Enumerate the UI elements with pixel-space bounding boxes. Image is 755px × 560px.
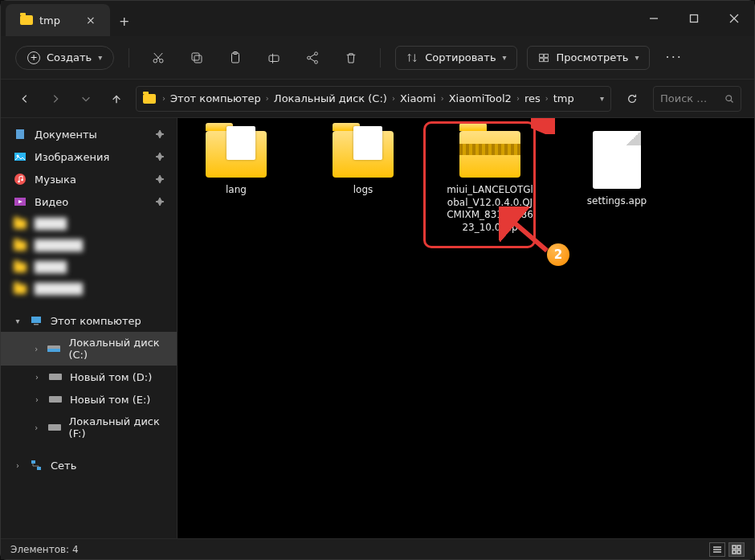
pin-icon	[156, 174, 164, 186]
forward-button[interactable]	[44, 88, 67, 110]
network-icon	[30, 459, 43, 472]
sidebar-item-video[interactable]: Видео	[1, 190, 177, 213]
svg-rect-8	[194, 55, 202, 63]
breadcrumb-item[interactable]: Этот компьютер	[170, 92, 261, 104]
rename-button[interactable]	[259, 43, 288, 72]
folder-icon	[333, 131, 394, 178]
copy-button[interactable]	[182, 43, 211, 72]
file-icon	[593, 131, 641, 189]
cut-button[interactable]	[144, 43, 173, 72]
up-button[interactable]	[105, 88, 128, 110]
icons-view-button[interactable]	[728, 542, 745, 557]
window-controls	[634, 1, 754, 36]
svg-line-17	[310, 54, 315, 57]
svg-rect-44	[37, 467, 41, 470]
svg-rect-54	[733, 550, 736, 554]
chevron-right-icon: ›	[33, 345, 39, 354]
sidebar-item-drive-c[interactable]: › Локальный диск (C:)	[1, 332, 177, 366]
search-input[interactable]: Поиск …	[653, 86, 741, 112]
video-icon	[14, 195, 27, 208]
file-label: lang	[226, 184, 247, 197]
new-tab-button[interactable]: +	[110, 6, 139, 36]
sidebar-item-label: Новый том (D:)	[70, 371, 152, 383]
svg-rect-37	[34, 324, 39, 325]
search-icon	[724, 94, 734, 104]
content-area[interactable]: lang logs miui_LANCELOTGlobal_V12.0.4.0.…	[178, 118, 754, 538]
sidebar-item-blurred[interactable]: ████	[1, 256, 177, 278]
svg-rect-9	[192, 53, 199, 60]
chevron-down-icon[interactable]: ▾	[600, 94, 604, 103]
details-view-button[interactable]	[709, 542, 725, 557]
delete-button[interactable]	[337, 43, 365, 72]
sidebar-item-this-pc[interactable]: ▾ Этот компьютер	[1, 309, 177, 332]
breadcrumb-item[interactable]: XiaomiTool2	[449, 92, 512, 104]
back-button[interactable]	[14, 88, 36, 110]
recent-button[interactable]	[75, 88, 97, 110]
svg-rect-36	[31, 317, 41, 323]
drive-icon	[49, 393, 62, 406]
sidebar-item-drive-e[interactable]: › Новый том (E:)	[1, 388, 177, 411]
breadcrumb-item[interactable]: Локальный диск (C:)	[274, 92, 387, 104]
sidebar-item-blurred[interactable]: ██████	[1, 278, 177, 300]
minimize-button[interactable]	[634, 1, 674, 36]
sidebar-item-blurred[interactable]: ██████	[1, 235, 177, 256]
sidebar-item-label: Этот компьютер	[51, 315, 141, 327]
item-count-label: Элементов: 4	[10, 544, 79, 555]
drive-icon	[49, 370, 62, 383]
sidebar: Документы Изображения Музыка Видео ████ …	[1, 118, 178, 538]
sort-button[interactable]: Сортировать ▾	[395, 46, 516, 70]
explorer-window: tmp × + + Создать ▾ Сортировать ▾	[0, 0, 755, 560]
folder-item[interactable]: lang	[192, 131, 280, 197]
refresh-button[interactable]	[619, 86, 645, 112]
breadcrumb[interactable]: › Этот компьютер › Локальный диск (C:) ›…	[136, 86, 611, 112]
sidebar-item-drive-d[interactable]: › Новый том (D:)	[1, 366, 177, 388]
svg-rect-41	[49, 396, 62, 403]
svg-rect-1	[691, 15, 698, 22]
svg-point-15	[308, 56, 311, 59]
create-button[interactable]: + Создать ▾	[15, 46, 114, 70]
file-item[interactable]: settings.app	[573, 131, 661, 208]
svg-rect-43	[31, 460, 35, 464]
chevron-right-icon: ›	[392, 94, 395, 103]
tab-current[interactable]: tmp ×	[6, 4, 110, 36]
breadcrumb-item[interactable]: Xiaomi	[400, 92, 436, 104]
folder-icon	[143, 94, 156, 104]
chevron-down-icon: ▾	[503, 53, 507, 62]
chevron-right-icon: ›	[33, 395, 41, 404]
sidebar-item-blurred[interactable]: ████	[1, 213, 177, 235]
svg-rect-39	[47, 349, 60, 352]
sidebar-item-label: Локальный диск (F:)	[69, 415, 164, 439]
svg-rect-28	[16, 129, 24, 139]
view-button[interactable]: Просмотреть ▾	[527, 46, 650, 70]
folder-icon	[206, 131, 267, 178]
file-label: settings.app	[587, 195, 647, 208]
chevron-down-icon: ▾	[98, 53, 102, 62]
close-tab-button[interactable]: ×	[86, 14, 96, 27]
chevron-right-icon: ›	[266, 94, 269, 103]
paste-button[interactable]	[221, 43, 250, 72]
chevron-right-icon: ›	[545, 94, 549, 103]
maximize-button[interactable]	[674, 1, 714, 36]
chevron-down-icon: ▾	[635, 53, 639, 62]
sidebar-item-network[interactable]: › Сеть	[1, 454, 177, 476]
chevron-right-icon: ›	[516, 94, 520, 103]
share-button[interactable]	[298, 43, 327, 72]
breadcrumb-item[interactable]: tmp	[553, 92, 574, 104]
plus-icon: +	[27, 51, 40, 64]
more-button[interactable]: ···	[659, 50, 689, 65]
pin-icon	[156, 129, 164, 141]
sidebar-item-documents[interactable]: Документы	[1, 123, 177, 145]
zip-item[interactable]: miui_LANCELOTGlobal_V12.0.4.0.QJCMIXM_83…	[446, 131, 534, 234]
tab-title: tmp	[39, 14, 60, 27]
svg-line-18	[310, 58, 315, 61]
sidebar-item-music[interactable]: Музыка	[1, 168, 177, 190]
documents-icon	[14, 128, 27, 141]
sidebar-item-label: Сеть	[51, 460, 76, 472]
sidebar-item-pictures[interactable]: Изображения	[1, 145, 177, 168]
folder-item[interactable]: logs	[319, 131, 407, 197]
pc-icon	[30, 314, 43, 327]
close-window-button[interactable]	[714, 1, 754, 36]
sidebar-item-label: Видео	[35, 196, 68, 208]
breadcrumb-item[interactable]: res	[524, 92, 541, 104]
sidebar-item-drive-f[interactable]: › Локальный диск (F:)	[1, 411, 177, 444]
